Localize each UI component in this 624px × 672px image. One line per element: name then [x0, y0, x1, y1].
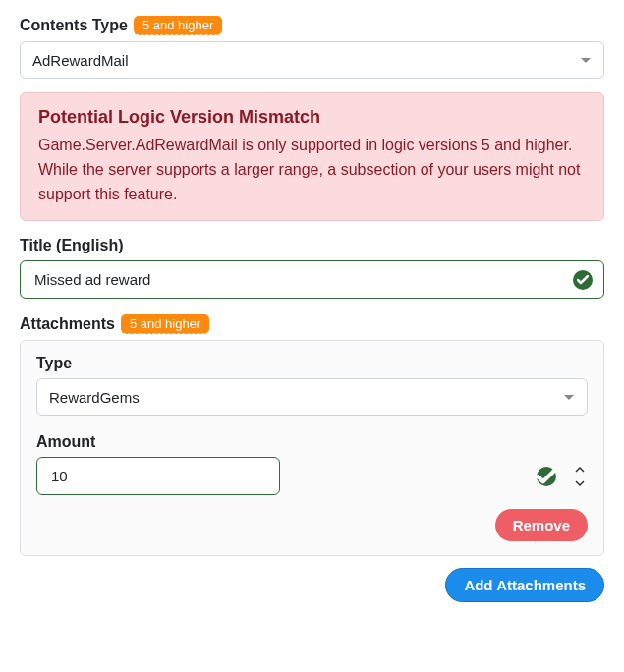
- contents-type-value: AdRewardMail: [32, 52, 129, 69]
- attachment-item: Type RewardGems Amount: [20, 340, 604, 556]
- stepper-up-button[interactable]: [572, 463, 588, 476]
- attachments-version-badge: 5 and higher: [121, 314, 209, 334]
- amount-stepper: [572, 457, 588, 495]
- chevron-down-icon: [580, 51, 592, 69]
- attachment-type-label: Type: [36, 355, 588, 372]
- contents-type-label: Contents Type: [20, 17, 128, 34]
- attachments-label: Attachments: [20, 315, 115, 333]
- attachment-amount-input[interactable]: [36, 457, 280, 495]
- version-mismatch-alert: Potential Logic Version Mismatch Game.Se…: [20, 92, 604, 221]
- attachment-type-select[interactable]: RewardGems: [36, 378, 588, 416]
- attachment-type-value: RewardGems: [49, 389, 140, 406]
- contents-type-select[interactable]: AdRewardMail: [20, 41, 604, 79]
- add-attachments-button[interactable]: Add Attachments: [445, 568, 604, 602]
- stepper-down-button[interactable]: [572, 476, 588, 490]
- valid-check-icon: [537, 467, 556, 486]
- valid-check-icon: [573, 270, 593, 290]
- remove-attachment-button[interactable]: Remove: [495, 509, 588, 541]
- chevron-down-icon: [563, 388, 575, 406]
- title-label: Title (English): [20, 237, 123, 254]
- alert-body: Game.Server.AdRewardMail is only support…: [38, 134, 586, 206]
- attachment-amount-label: Amount: [36, 433, 588, 451]
- title-input[interactable]: [20, 260, 604, 299]
- contents-type-version-badge: 5 and higher: [134, 16, 222, 35]
- alert-title: Potential Logic Version Mismatch: [38, 107, 586, 128]
